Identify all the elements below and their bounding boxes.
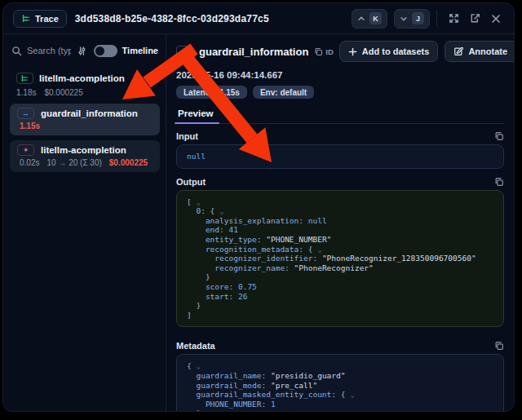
copy-icon xyxy=(314,47,323,56)
tree-node-guardrail-information[interactable]: ↔ guardrail_information 1.15s xyxy=(10,104,160,135)
copy-input-button[interactable] xyxy=(494,131,504,141)
output-section-title: Output xyxy=(176,177,206,187)
trace-badge-label: Trace xyxy=(35,14,59,24)
tab-preview[interactable]: Preview xyxy=(176,106,215,123)
pencil-square-icon xyxy=(453,46,463,56)
trace-detail-window: Trace 3dd538d8-b25e-4382-8fcc-03d293da77… xyxy=(2,2,515,412)
metadata-section-title: Metadata xyxy=(176,341,215,351)
tabbar: Preview xyxy=(176,106,504,124)
search-icon xyxy=(11,46,22,56)
prev-observation-button[interactable]: K xyxy=(352,9,387,29)
next-observation-button[interactable]: J xyxy=(394,9,430,29)
search-input[interactable] xyxy=(27,46,71,55)
shortcut-key-j: J xyxy=(412,12,424,24)
trace-tree-sidebar: Timeline litellm-acompletion xyxy=(3,34,166,411)
chevron-up-icon xyxy=(132,74,141,83)
token-usage-value: 10 → 20 (Σ 30) xyxy=(46,158,101,167)
observation-detail-panel: ↔ guardrail_information ID Add to datase… xyxy=(166,34,514,411)
id-label: ID xyxy=(325,47,334,56)
cost-value: $0.000225 xyxy=(109,158,148,167)
tree-node-label: litellm-acompletion xyxy=(39,73,125,83)
input-code-block: null xyxy=(176,144,504,169)
add-to-datasets-button[interactable]: Add to datasets xyxy=(339,41,439,62)
expand-button[interactable] xyxy=(445,11,462,27)
latency-value: 0.02s xyxy=(20,158,39,167)
observation-timestamp: 2025-05-16 09:44:14.667 xyxy=(176,70,504,80)
cost-value: $0.000225 xyxy=(44,88,82,97)
trace-id: 3dd538d8-b25e-4382-8fcc-03d293da77c5 xyxy=(75,13,269,24)
expand-icon xyxy=(449,13,459,24)
close-icon xyxy=(491,14,501,24)
metadata-code-block: { ⌄ guardrail_name: "presidio_guard" gua… xyxy=(176,354,504,412)
observation-title: guardrail_information xyxy=(199,46,308,58)
latency-value: 1.18s xyxy=(16,88,36,97)
plus-icon xyxy=(348,47,357,56)
tree-node-label: guardrail_information xyxy=(41,108,138,118)
external-link-icon xyxy=(470,13,480,24)
close-button[interactable] xyxy=(488,11,504,27)
trace-type-badge: Trace xyxy=(13,10,67,28)
collapse-all-button[interactable] xyxy=(147,73,158,84)
topbar: Trace 3dd538d8-b25e-4382-8fcc-03d293da77… xyxy=(3,3,514,34)
copy-icon xyxy=(494,341,504,351)
tree-node-trace-root[interactable]: litellm-acompletion xyxy=(10,71,160,86)
trace-tree-icon xyxy=(16,73,33,84)
chevrons-down-up-icon xyxy=(148,74,157,83)
env-badge: Env: default xyxy=(253,86,314,99)
collapse-node-button[interactable] xyxy=(130,73,142,84)
tree-node-litellm-acompletion[interactable]: ✦ litellm-acompletion 0.02s 10 → 20 (Σ 3… xyxy=(10,140,160,172)
annotate-button[interactable]: Annotate xyxy=(445,42,515,61)
generation-sparkle-icon: ✦ xyxy=(17,144,34,156)
latency-badge: Latency: 1.15s xyxy=(176,86,247,99)
annotate-split-button: Annotate xyxy=(445,41,515,62)
copy-metadata-button[interactable] xyxy=(494,341,504,351)
input-section-title: Input xyxy=(176,131,198,141)
filter-settings-button[interactable] xyxy=(76,44,89,57)
tree-node-label: litellm-acompletion xyxy=(41,145,126,155)
copy-id-button[interactable]: ID xyxy=(314,47,334,56)
add-to-datasets-label: Add to datasets xyxy=(362,46,430,56)
annotate-label: Annotate xyxy=(468,46,507,56)
sliders-icon xyxy=(77,46,87,56)
copy-output-button[interactable] xyxy=(494,177,504,187)
timeline-toggle[interactable] xyxy=(94,45,117,57)
latency-value: 1.15s xyxy=(20,122,40,130)
chevron-up-icon xyxy=(357,15,365,23)
span-icon: ↔ xyxy=(176,46,193,57)
chevron-down-icon xyxy=(400,15,408,23)
open-external-button[interactable] xyxy=(467,11,483,27)
timeline-toggle-label: Timeline xyxy=(122,46,158,55)
shortcut-key-k: K xyxy=(369,12,382,24)
copy-icon xyxy=(494,177,504,187)
output-code-block: [ ⌄ 0: { ⌄ analysis_explanation: null en… xyxy=(176,190,504,328)
tree-node-metrics: 1.18s $0.000225 xyxy=(10,86,160,99)
copy-icon xyxy=(494,131,504,141)
span-icon: ↔ xyxy=(17,108,34,119)
trace-tree-icon xyxy=(21,14,31,24)
